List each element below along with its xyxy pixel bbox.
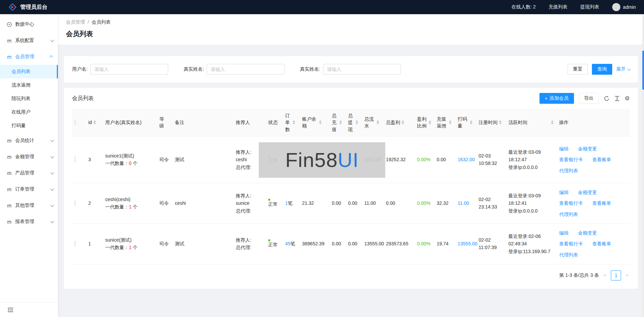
export-button[interactable]: 导出 [579,93,599,104]
view-bankcard-link[interactable]: 查看银行卡 [559,240,583,247]
sidebar-item-play-list[interactable]: 陪玩列表 [0,92,58,105]
sorter-icon[interactable] [93,120,96,124]
scrollbar-thumb[interactable] [642,51,644,90]
sidebar-item-label: 产品管理 [15,170,47,176]
sidebar-item-bet-volume[interactable]: 打码量 [0,119,58,132]
sidebar-item-report-mgmt[interactable]: 报表管理 [0,214,58,230]
query-button[interactable]: 查询 [592,64,612,75]
agent-list-link[interactable]: 代理列表 [559,167,578,174]
breadcrumb: 会员管理 / 会员列表 [66,19,636,25]
nav-recharge-list[interactable]: 充值列表 [549,4,568,10]
view-bill-link[interactable]: 查看账单 [592,240,611,247]
sorter-icon[interactable] [401,120,404,124]
chevron-down-icon [50,38,54,42]
col-total-withdraw[interactable]: 总提现 [348,112,354,133]
amount-change-link[interactable]: 金额变更 [578,189,597,196]
col-actions: 操作 [559,120,569,125]
sorter-icon[interactable] [293,120,295,124]
reset-button[interactable]: 重置 [568,64,588,75]
sidebar-item-member-stats[interactable]: 会员统计 [0,132,58,149]
col-balance[interactable]: 账户余额 [302,116,318,129]
col-profit-ratio[interactable]: 盈利比例 [417,116,427,129]
crown-icon [7,171,12,176]
edit-link[interactable]: 编辑 [559,145,569,152]
refresh-icon[interactable] [604,96,610,101]
col-orders[interactable]: 订单数 [285,112,291,133]
cell-recharge: 0.00 [329,223,345,264]
col-id[interactable]: id [88,119,92,126]
col-recharge-rebate[interactable]: 充值返佣 [437,116,447,129]
amount-change-link[interactable]: 金额变更 [578,229,597,237]
sidebar-item-order-mgmt[interactable]: 订单管理 [0,181,58,197]
sorter-icon[interactable] [376,120,379,124]
edit-link[interactable]: 编辑 [559,229,569,237]
sorter-icon[interactable] [499,120,502,124]
sorter-icon[interactable] [429,120,431,124]
pagination-summary: 第 1-3 条/总共 3 条 [559,272,599,278]
sorter-icon[interactable] [319,120,322,124]
cell-remark: ceshi [172,183,233,223]
col-total-profit[interactable]: 总盈利 [386,119,400,126]
prev-page-icon[interactable]: < [602,273,608,278]
sidebar-item-flow-rebate[interactable]: 流水返佣 [0,78,58,92]
sorter-icon[interactable] [339,120,342,124]
sidebar-item-system-config[interactable]: 系统配置 [0,32,58,49]
cell-level: 司令 [157,223,172,264]
agent-list-link[interactable]: 代理列表 [559,251,578,259]
select-all-checkbox[interactable] [75,119,75,125]
sidebar-item-member-mgmt[interactable]: 会员管理 [0,49,58,65]
col-total-flow[interactable]: 总流水 [364,116,375,129]
sorter-icon[interactable] [470,120,473,124]
realname-input[interactable] [207,64,284,75]
sorter-icon[interactable] [449,120,452,124]
view-bill-link[interactable]: 查看账单 [592,199,611,207]
edit-link[interactable]: 编辑 [559,189,569,196]
cell-flow: 11.00 [362,183,383,223]
username-input[interactable] [90,64,168,75]
col-referrer: 推荐人 [236,120,250,125]
sidebar-item-data-center[interactable]: 数据中心 [0,16,58,32]
view-bankcard-link[interactable]: 查看银行卡 [559,199,583,207]
sorter-icon[interactable] [355,120,358,124]
row-checkbox[interactable] [75,200,75,206]
page-number[interactable]: 1 [611,270,621,281]
expand-label: 展开 [616,66,626,72]
cell-reg-time: 02-02 23:14:33 [476,183,506,223]
col-total-recharge[interactable]: 总充值 [332,112,338,133]
settings-gear-icon[interactable]: ⚙ [625,96,630,101]
view-bill-link[interactable]: 查看账单 [592,156,611,163]
agent-list-link[interactable]: 代理列表 [559,211,578,218]
view-bankcard-link[interactable]: 查看银行卡 [559,156,583,163]
nav-withdraw-list[interactable]: 提现列表 [580,4,599,10]
sidebar-item-product-mgmt[interactable]: 产品管理 [0,165,58,181]
table-row: 1 sunice(测试) 一代数量：1 个 司令 测试 推荐人: 总代理: 正常… [72,223,630,264]
column-height-icon[interactable] [614,96,620,101]
sidebar-item-member-list[interactable]: 会员列表 [0,65,58,78]
sidebar-item-other-mgmt[interactable]: 其他管理 [0,197,58,214]
app-logo-icon [8,3,17,11]
amount-change-link[interactable]: 金额变更 [578,145,597,152]
col-level: 等级 [159,116,165,129]
scrollbar-track[interactable] [642,14,644,317]
realname-label: 真实姓名: [184,66,204,72]
menu-fold-icon[interactable] [7,307,14,313]
col-active-time[interactable]: 活跃时间 [508,119,527,126]
col-reg-time[interactable]: 注册时间 [479,119,498,126]
breadcrumb-parent[interactable]: 会员管理 [66,19,85,25]
sidebar-item-online-users[interactable]: 在线用户 [0,105,58,119]
col-bet-volume[interactable]: 打码量 [458,116,468,129]
chevron-down-icon [50,187,54,191]
cell-balance: 21.32 [299,183,329,223]
expand-toggle[interactable]: 展开 [616,66,630,72]
realname2-input[interactable] [323,64,401,75]
cell-remark: 测试 [172,136,233,183]
sorter-icon[interactable] [551,120,554,124]
row-checkbox[interactable] [75,156,75,163]
sidebar-item-amount-mgmt[interactable]: 金额管理 [0,149,58,165]
chevron-down-icon [50,171,54,174]
row-checkbox[interactable] [75,241,75,247]
add-member-button[interactable]: + 添加会员 [539,93,574,104]
realname2-label: 真实姓名: [300,66,320,72]
next-page-icon[interactable]: > [624,273,630,278]
user-menu[interactable]: admin [612,3,636,11]
